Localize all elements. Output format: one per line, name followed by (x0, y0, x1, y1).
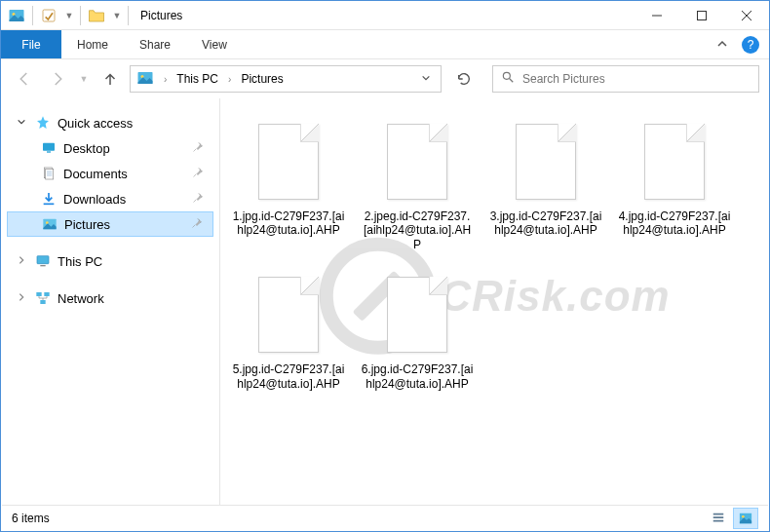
svg-rect-19 (44, 292, 49, 296)
status-bar: 6 items (2, 505, 768, 530)
file-name-label: 6.jpg.id-C279F237.[aihlp24@tuta.io].AHP (359, 359, 476, 391)
titlebar: ▼ ▼ Pictures (1, 1, 769, 30)
sidebar-item-pictures[interactable]: Pictures (7, 211, 213, 237)
svg-rect-10 (46, 169, 54, 179)
pin-icon (191, 217, 203, 232)
qat-dropdown-icon[interactable]: ▼ (62, 5, 76, 26)
qat-separator (32, 6, 33, 25)
window-controls (635, 1, 769, 30)
tree-label: Pictures (64, 217, 110, 232)
sidebar-item-documents[interactable]: Documents (7, 161, 213, 186)
chevron-down-icon[interactable] (15, 117, 28, 129)
view-large-icons-button[interactable] (733, 508, 758, 529)
svg-rect-16 (37, 256, 49, 264)
svg-rect-18 (36, 292, 41, 296)
svg-rect-3 (698, 11, 707, 19)
qat-properties-icon[interactable] (37, 5, 60, 26)
file-icon (379, 271, 455, 359)
file-list-pane[interactable]: CRisk.com 1.jpg.id-C279F237.[aihlp24@tut… (220, 98, 769, 508)
pin-icon (192, 167, 204, 181)
maximize-button[interactable] (679, 1, 724, 30)
view-details-button[interactable] (706, 508, 731, 529)
qat-separator (128, 6, 129, 25)
breadcrumb-root[interactable]: This PC (173, 72, 222, 86)
close-button[interactable] (724, 1, 769, 30)
file-item[interactable]: 3.jpg.id-C279F237.[aihlp24@tuta.io].AHP (485, 112, 606, 257)
sidebar-item-downloads[interactable]: Downloads (7, 186, 213, 211)
file-item[interactable]: 4.jpg.id-C279F237.[aihlp24@tuta.io].AHP (614, 112, 735, 257)
file-name-label: 4.jpg.id-C279F237.[aihlp24@tuta.io].AHP (616, 206, 733, 238)
status-item-count: 6 items (12, 512, 50, 525)
nav-back-button[interactable] (11, 65, 38, 93)
folder-type-icon[interactable] (85, 5, 108, 26)
nav-forward-button[interactable] (44, 65, 71, 93)
chevron-right-icon[interactable]: › (222, 74, 237, 85)
tree-label: This PC (58, 254, 102, 269)
sidebar-item-desktop[interactable]: Desktop (7, 135, 213, 161)
refresh-button[interactable] (447, 65, 481, 93)
tab-home[interactable]: Home (61, 30, 124, 58)
file-item[interactable]: 2.jpeg.id-C279F237.[aihlp24@tuta.io].AHP (357, 112, 478, 257)
svg-rect-17 (40, 265, 45, 266)
file-icon (636, 118, 712, 206)
tree-network[interactable]: Network (7, 285, 213, 311)
file-icon (250, 271, 327, 359)
tree-label: Downloads (63, 192, 126, 207)
svg-rect-7 (43, 143, 55, 151)
tab-view[interactable]: View (186, 30, 243, 58)
qat-pictures-icon[interactable] (5, 5, 28, 26)
tree-this-pc[interactable]: This PC (7, 248, 213, 274)
quick-access-toolbar: ▼ ▼ Pictures (1, 5, 186, 26)
breadcrumb[interactable]: › This PC › Pictures (130, 65, 442, 93)
file-name-label: 3.jpg.id-C279F237.[aihlp24@tuta.io].AHP (487, 206, 604, 238)
desktop-icon (40, 139, 58, 157)
file-icon (508, 118, 584, 206)
navigation-pane: Quick access Desktop Documents Downloads (1, 98, 220, 508)
chevron-right-icon[interactable] (15, 292, 28, 304)
tree-label: Quick access (58, 116, 133, 131)
search-input[interactable] (522, 72, 751, 86)
chevron-right-icon[interactable]: › (158, 74, 173, 85)
svg-rect-20 (40, 300, 45, 304)
file-item[interactable]: 6.jpg.id-C279F237.[aihlp24@tuta.io].AHP (357, 265, 478, 397)
pictures-icon (41, 215, 58, 233)
chevron-right-icon[interactable] (15, 255, 28, 267)
tree-label: Network (58, 291, 104, 306)
file-name-label: 2.jpeg.id-C279F237.[aihlp24@tuta.io].AHP (359, 206, 476, 251)
tab-file[interactable]: File (1, 30, 61, 58)
ribbon-collapse-icon[interactable] (716, 36, 728, 54)
pin-icon (192, 141, 204, 156)
file-item[interactable]: 1.jpg.id-C279F237.[aihlp24@tuta.io].AHP (228, 112, 349, 257)
tab-share[interactable]: Share (124, 30, 186, 58)
folder-dropdown-icon[interactable]: ▼ (110, 5, 124, 26)
address-bar: ▼ › This PC › Pictures (1, 59, 769, 98)
file-name-label: 1.jpg.id-C279F237.[aihlp24@tuta.io].AHP (230, 206, 347, 238)
search-box[interactable] (492, 65, 759, 93)
ribbon-tabs: File Home Share View ? (1, 30, 769, 59)
pin-icon (192, 192, 204, 207)
file-icon (250, 118, 327, 206)
documents-icon (40, 165, 58, 182)
breadcrumb-pictures-icon (136, 69, 156, 89)
qat-separator (80, 6, 81, 25)
tree-quick-access[interactable]: Quick access (7, 110, 213, 135)
tree-label: Documents (63, 167, 128, 181)
file-icon (379, 118, 455, 206)
minimize-button[interactable] (635, 1, 679, 30)
nav-recent-dropdown[interactable]: ▼ (77, 65, 91, 93)
window-title: Pictures (140, 9, 182, 22)
this-pc-icon (34, 252, 52, 270)
help-icon[interactable]: ? (742, 36, 759, 54)
search-icon (501, 70, 515, 88)
file-grid: 1.jpg.id-C279F237.[aihlp24@tuta.io].AHP2… (228, 112, 761, 397)
tree-label: Desktop (63, 141, 110, 156)
file-item[interactable]: 5.jpg.id-C279F237.[aihlp24@tuta.io].AHP (228, 265, 349, 397)
nav-up-button[interactable] (96, 65, 124, 93)
svg-rect-8 (47, 151, 51, 152)
main-panel: Quick access Desktop Documents Downloads (1, 98, 769, 508)
svg-point-6 (503, 72, 510, 79)
star-icon (34, 114, 52, 132)
breadcrumb-current[interactable]: Pictures (237, 72, 287, 86)
breadcrumb-history-dropdown[interactable] (415, 73, 437, 85)
network-icon (34, 289, 52, 307)
